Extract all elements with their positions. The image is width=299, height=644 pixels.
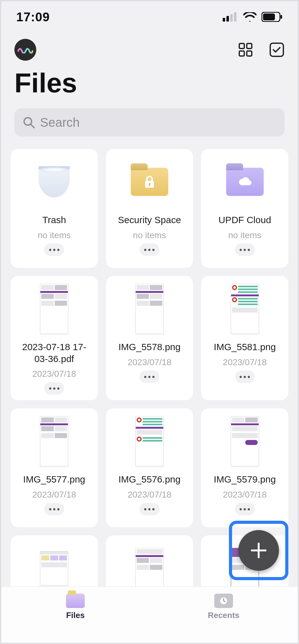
svg-rect-5 [263,13,275,20]
file-name: IMG_5577.png [21,473,87,485]
file-name: IMG_5578.png [117,341,182,353]
more-button[interactable] [44,382,64,395]
file-card[interactable]: 2023-07-18 17-03-36.pdf 2023/07/18 [11,276,98,400]
tab-recents[interactable]: Recents [150,587,298,643]
svg-rect-11 [270,43,283,56]
more-button[interactable] [44,503,64,515]
file-name: IMG_5581.png [212,341,277,353]
file-name: 2023-07-18 17-03-36.pdf [14,341,94,365]
svg-rect-7 [239,43,244,49]
folder-subtitle: no items [228,230,261,240]
top-bar [1,33,298,64]
svg-point-12 [24,118,32,125]
svg-rect-8 [247,43,252,49]
svg-line-13 [31,125,34,128]
svg-rect-6 [281,15,282,19]
folder-subtitle: no items [133,230,166,240]
tab-bar: Files Recents [1,586,298,643]
search-input[interactable] [40,115,276,130]
file-date: 2023/07/18 [32,490,76,500]
status-bar: 17:09 [1,1,298,33]
fab-highlight [229,521,288,580]
tab-files[interactable]: Files [1,587,150,643]
search-icon [23,116,35,129]
more-button[interactable] [235,371,255,383]
file-card[interactable]: IMG_5581.png 2023/07/18 [201,276,288,400]
more-button[interactable] [139,503,160,515]
plus-icon [249,541,268,560]
wifi-icon [243,12,256,22]
cloud-folder-icon [226,168,264,196]
trash-icon [38,166,70,197]
folder-subtitle: no items [38,230,71,240]
svg-rect-10 [247,51,252,56]
device-frame: 17:09 [0,0,299,644]
doc-thumb-icon [135,284,164,334]
folder-security-space[interactable]: Security Space no items [106,149,193,268]
file-card[interactable]: IMG_5576.png 2023/07/18 [106,408,193,527]
folder-name: UPDF Cloud [216,214,273,226]
svg-rect-9 [239,51,244,56]
lock-icon [144,175,155,188]
more-button[interactable] [235,243,255,256]
svg-rect-1 [226,16,229,22]
svg-rect-0 [223,18,225,22]
file-name: IMG_5579.png [212,473,277,485]
lock-folder-icon [131,168,168,196]
svg-rect-3 [234,12,236,22]
tab-label: Recents [208,611,239,620]
recents-tab-icon [214,594,233,608]
files-tab-icon [66,594,85,608]
file-date: 2023/07/18 [223,357,267,367]
app-logo-glyph [18,46,33,54]
status-indicators [223,12,283,22]
more-button[interactable] [139,243,160,256]
folder-trash[interactable]: Trash no items [11,149,98,268]
file-name: IMG_5576.png [117,473,182,485]
doc-thumb-icon [231,416,259,466]
page-title: Files [1,64,298,108]
add-button[interactable] [238,530,279,571]
file-date: 2023/07/18 [128,357,171,367]
more-button[interactable] [139,371,160,383]
doc-thumb-icon [40,284,68,334]
file-date: 2023/07/18 [32,369,76,379]
doc-thumb-icon [135,548,164,589]
doc-thumb-icon [135,416,164,466]
folder-updf-cloud[interactable]: UPDF Cloud no items [201,149,288,268]
svg-rect-16 [149,184,150,186]
doc-thumb-icon [231,284,259,334]
tab-label: Files [66,611,84,620]
file-card[interactable]: IMG_5579.png 2023/07/18 [201,408,288,527]
file-card[interactable]: IMG_5577.png 2023/07/18 [11,408,98,527]
cloud-icon [237,177,252,187]
cellular-icon [223,12,238,22]
svg-rect-2 [230,14,233,22]
search-bar[interactable] [14,108,285,136]
status-time: 17:09 [16,10,50,24]
folder-name: Security Space [116,214,183,226]
app-logo[interactable] [14,39,36,61]
file-date: 2023/07/18 [223,490,267,500]
file-date: 2023/07/18 [128,490,171,500]
file-card[interactable]: IMG_5578.png 2023/07/18 [106,276,193,400]
more-button[interactable] [44,243,64,256]
battery-icon [261,12,283,22]
more-button[interactable] [235,503,255,515]
doc-thumb-icon [40,416,68,466]
grid-view-icon[interactable] [238,43,253,57]
doc-thumb-icon [40,551,68,585]
select-mode-icon[interactable] [269,42,285,58]
folder-name: Trash [41,214,68,226]
